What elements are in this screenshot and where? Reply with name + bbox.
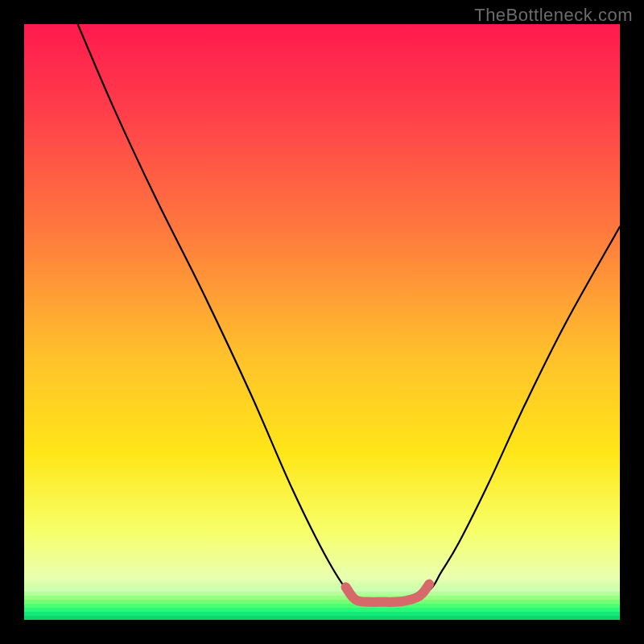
curve-layer — [24, 24, 620, 620]
plot-area — [24, 24, 620, 620]
watermark-text: TheBottleneck.com — [474, 5, 633, 26]
sweet-spot-marker — [346, 584, 430, 602]
bottleneck-curve — [78, 24, 620, 603]
chart-frame: TheBottleneck.com — [0, 0, 644, 644]
